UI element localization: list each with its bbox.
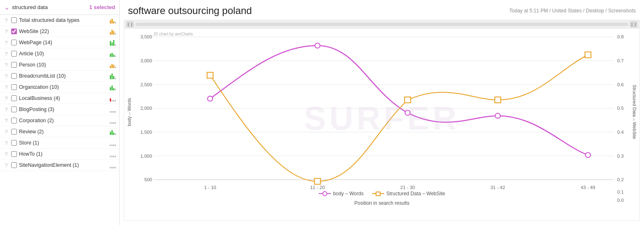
question-icon[interactable]: ? [3,162,9,168]
svg-text:0.8: 0.8 [617,34,624,39]
sidebar-item-howto[interactable]: ?HowTo (1) [0,149,119,160]
item-checkbox-total[interactable] [11,17,17,23]
item-checkbox-sitenavigationelement[interactable] [11,162,17,168]
question-icon[interactable]: ? [3,140,9,146]
y-left-title: body – Words [126,98,131,126]
bar-icon-sitenavigationelement [110,162,116,168]
item-checkbox-breadcrumblist[interactable] [11,73,17,79]
question-icon[interactable]: ? [3,28,9,35]
sidebar-item-corporation[interactable]: ?Corporation (2) [0,115,119,126]
y-left-labels: 3,500 3,000 2,500 2,000 1,500 1,000 500 [140,34,152,182]
item-label-blogposting: BlogPosting (3) [19,107,108,112]
scroll-handle-left[interactable]: ❙❙ [126,21,134,27]
series2-sq-2 [315,178,321,184]
item-label-website: WebSite (22) [19,28,108,34]
chart-svg: 3,500 3,000 2,500 2,000 1,500 1,000 500 … [124,28,639,208]
sidebar-item-review[interactable]: ?Review (2) [0,126,119,137]
series2-sq-4 [495,97,501,103]
svg-text:1 - 10: 1 - 10 [204,185,216,190]
scroll-thumb [135,23,628,26]
item-checkbox-localbusiness[interactable] [11,95,17,101]
scroll-handle-right[interactable]: ❙❙ [630,21,637,27]
bar-icon-article [110,50,116,57]
series1-dot-2 [315,43,320,48]
sidebar-items-list: ?Total structured data types?WebSite (22… [0,15,119,171]
question-icon[interactable]: ? [3,51,9,57]
item-checkbox-webpage[interactable] [11,40,17,45]
question-icon[interactable]: ? [3,17,9,24]
question-icon[interactable]: ? [3,84,9,90]
main-panel: software outsourcing poland Today at 5:1… [120,0,644,225]
sidebar-item-store[interactable]: ?Store (1) [0,137,119,149]
x-ticks: 1 - 10 11 - 20 21 - 30 31 - 42 43 - 49 [204,185,595,190]
sidebar: ⌄ structured data 1 selected ?Total stru… [0,0,120,225]
svg-text:2,000: 2,000 [140,106,152,111]
sidebar-item-person[interactable]: ?Person (10) [0,59,119,71]
series2-sq-3 [405,97,411,103]
svg-text:0.4: 0.4 [617,130,624,135]
chart-scrollbar: ❙❙ ❙❙ [124,20,639,28]
question-icon[interactable]: ? [3,118,9,124]
bar-icon-webpage [110,39,116,46]
question-icon[interactable]: ? [3,73,9,79]
legend-line-2 [372,191,384,196]
sidebar-item-localbusiness[interactable]: ?LocalBusiness (4) [0,93,119,104]
legend-label-2: Structured Data – WebSite [386,191,445,197]
item-label-article: Article (10) [19,51,108,57]
page-title: software outsourcing poland [128,5,252,17]
series2-sq-5 [585,52,591,58]
svg-text:11 - 20: 11 - 20 [310,185,325,190]
chevron-down-icon[interactable]: ⌄ [4,3,9,11]
item-checkbox-store[interactable] [11,140,17,146]
item-checkbox-organization[interactable] [11,84,17,90]
sidebar-item-organization[interactable]: ?Organization (10) [0,82,119,93]
item-label-organization: Organization (10) [19,84,108,90]
bar-icon-review [110,128,116,135]
question-icon[interactable]: ? [3,62,9,68]
chart-container: ❙❙ ❙❙ SURFER JS chart by amCharts [124,20,640,221]
series1-dot-5 [585,152,590,157]
item-checkbox-article[interactable] [11,51,17,57]
bar-icon-website [110,28,116,35]
series1-dot-1 [208,96,213,101]
svg-rect-32 [376,192,380,196]
question-icon[interactable]: ? [3,129,9,135]
legend-line-1 [319,191,331,196]
sidebar-item-webpage[interactable]: ?WebPage (14) [0,37,119,48]
item-checkbox-review[interactable] [11,129,17,135]
y-right-labels: 0.8 0.7 0.6 0.5 0.4 0.3 0.2 0.1 0.0 [617,34,624,202]
svg-text:0.5: 0.5 [617,106,624,111]
item-checkbox-website[interactable] [11,28,17,34]
item-checkbox-corporation[interactable] [11,118,17,123]
bar-icon-organization [110,84,116,90]
grid-lines [154,37,614,180]
svg-text:500: 500 [144,177,152,182]
sidebar-item-sitenavigationelement[interactable]: ?SiteNavigationElement (1) [0,160,119,171]
series1-dot-4 [495,113,500,118]
question-icon[interactable]: ? [3,40,9,46]
bar-icon-breadcrumblist [110,73,116,79]
item-checkbox-howto[interactable] [11,151,17,157]
question-icon[interactable]: ? [3,95,9,102]
item-label-corporation: Corporation (2) [19,118,108,123]
bar-icon-howto [110,151,116,157]
item-checkbox-person[interactable] [11,62,17,68]
sidebar-item-article[interactable]: ?Article (10) [0,48,119,59]
item-label-total: Total structured data types [19,17,108,23]
item-checkbox-blogposting[interactable] [11,107,17,112]
bar-icon-corporation [110,117,116,124]
bar-icon-blogposting [110,106,116,113]
sidebar-item-blogposting[interactable]: ?BlogPosting (3) [0,104,119,115]
sidebar-item-website[interactable]: ?WebSite (22) [0,26,119,37]
scroll-track[interactable] [135,23,628,26]
question-icon[interactable]: ? [3,151,9,157]
question-icon[interactable]: ? [3,107,9,113]
svg-text:0.0: 0.0 [617,198,624,203]
item-label-store: Store (1) [19,140,108,146]
bar-icon-localbusiness [110,95,116,102]
sidebar-item-breadcrumblist[interactable]: ?BreadcrumbList (10) [0,71,119,82]
svg-text:0.2: 0.2 [617,177,624,182]
sidebar-item-total[interactable]: ?Total structured data types [0,15,119,26]
item-label-webpage: WebPage (14) [19,40,108,45]
item-label-review: Review (2) [19,129,108,135]
